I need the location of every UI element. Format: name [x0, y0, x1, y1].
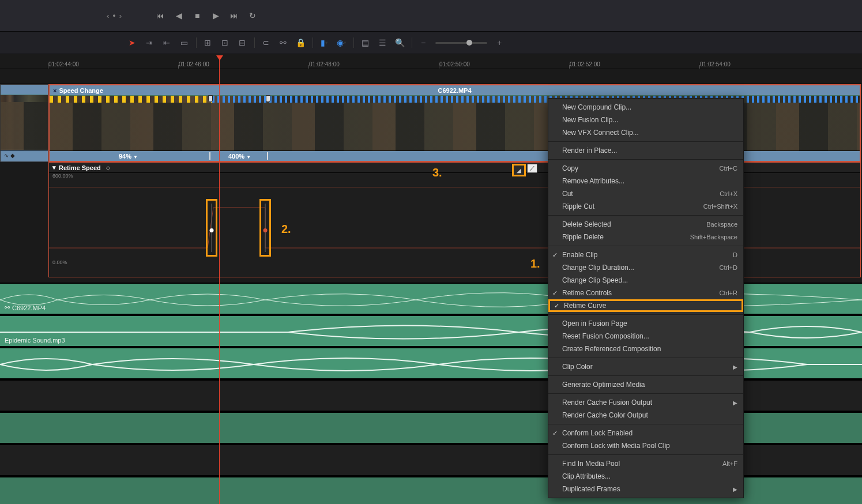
- keyframe-2[interactable]: [259, 199, 271, 257]
- nav-fwd-icon[interactable]: ›: [119, 12, 122, 20]
- video-clip[interactable]: ∿ ◆: [0, 84, 48, 162]
- menu-render-cache-color[interactable]: Render Cache Color Output: [548, 409, 743, 422]
- ruler-tick: 01:02:48:00: [309, 61, 340, 67]
- close-x-icon[interactable]: ×: [53, 87, 57, 94]
- menu-copy[interactable]: CopyCtrl+C: [548, 162, 743, 175]
- menu-render-in-place[interactable]: Render in Place...: [548, 144, 743, 157]
- nav-history: ‹ ● ›: [107, 12, 122, 20]
- annotation-2: 2.: [281, 223, 291, 236]
- transport-controls: ⏮ ◀ ■ ▶ ⏭ ↻: [155, 10, 258, 21]
- loop-icon[interactable]: ↻: [247, 10, 258, 21]
- ruler-tick: 01:02:54:00: [700, 61, 731, 67]
- ruler-tick: 01:02:52:00: [570, 61, 600, 67]
- timeline-toolbar: ➤ ⇥ ⇤ ▭ ⊞ ⊡ ⊟ ⊂ ⚯ 🔒 ▮▾ ◉▾ ▤ ☰ 🔍 − +: [0, 31, 862, 54]
- jump-start-icon[interactable]: ⏮: [155, 10, 165, 21]
- menu-gen-optimized[interactable]: Generate Optimized Media: [548, 378, 743, 391]
- clip-context-menu: New Compound Clip... New Fusion Clip... …: [548, 98, 744, 498]
- blade-tool-icon[interactable]: ▭: [179, 37, 189, 48]
- overwrite-icon[interactable]: ⊡: [220, 37, 230, 48]
- flag-icon[interactable]: ▮▾: [319, 37, 329, 48]
- dynamic-trim-icon[interactable]: ⇤: [161, 37, 172, 48]
- audio-clip-name: C6922.MP4: [12, 304, 46, 311]
- view-opts-icon[interactable]: ▤: [360, 37, 370, 48]
- y-min-label: 0.00%: [52, 259, 67, 265]
- kf-indicator-icon: ◆: [10, 152, 15, 159]
- zoom-out-icon[interactable]: −: [418, 37, 428, 48]
- y-max-label: 600.00%: [52, 173, 73, 179]
- linear-mode-button[interactable]: ／: [527, 164, 537, 173]
- keyframe-1[interactable]: [206, 199, 217, 257]
- clip-speed-label: Speed Change: [59, 87, 103, 94]
- clip-filename: C6922.MP4: [438, 87, 471, 94]
- music-clip-name: Epidemic Sound.mp3: [5, 337, 65, 344]
- track-gap: [0, 69, 862, 84]
- insert-icon[interactable]: ⊞: [202, 37, 213, 48]
- search-icon[interactable]: 🔍: [394, 37, 405, 48]
- replace-icon[interactable]: ⊟: [237, 37, 247, 48]
- menu-enable-clip[interactable]: ✓Enable ClipD: [548, 249, 743, 261]
- speed-value-1[interactable]: 94% ▼: [119, 153, 138, 160]
- menu-cut[interactable]: CutCtrl+X: [548, 187, 743, 200]
- trim-tool-icon[interactable]: ⇥: [144, 37, 155, 48]
- menu-retime-controls[interactable]: ✓Retime ControlsCtrl+R: [548, 287, 743, 299]
- menu-retime-curve[interactable]: ✓Retime Curve: [548, 299, 743, 312]
- menu-change-duration[interactable]: Change Clip Duration...Ctrl+D: [548, 261, 743, 274]
- play-reverse-icon[interactable]: ◀: [174, 10, 184, 21]
- link-icon[interactable]: ⚯: [278, 37, 288, 48]
- speed-point-handle-1[interactable]: [208, 95, 213, 102]
- menu-remove-attributes[interactable]: Remove Attributes...: [548, 175, 743, 187]
- stop-icon[interactable]: ■: [192, 10, 202, 21]
- menu-render-cache-fusion[interactable]: Render Cache Fusion Output▶: [548, 396, 743, 409]
- menu-delete-selected[interactable]: Delete SelectedBackspace: [548, 218, 743, 231]
- menu-dup-frames[interactable]: Duplicated Frames▶: [548, 483, 743, 495]
- collapse-icon[interactable]: ▾: [52, 164, 56, 171]
- menu-clip-attributes[interactable]: Clip Attributes...: [548, 470, 743, 483]
- snap-icon[interactable]: ⊂: [261, 37, 271, 48]
- marker-icon[interactable]: ◉▾: [336, 37, 347, 48]
- menu-clip-color[interactable]: Clip Color▶: [548, 360, 743, 373]
- zoom-slider[interactable]: [435, 42, 487, 44]
- annotation-3: 3.: [432, 166, 442, 179]
- menu-new-fusion[interactable]: New Fusion Clip...: [548, 114, 743, 126]
- annotation-1: 1.: [530, 257, 540, 270]
- ruler-tick: 01:02:46:00: [179, 61, 209, 67]
- keyframe-diamond-icon[interactable]: ◇: [106, 165, 110, 171]
- menu-ripple-delete[interactable]: Ripple DeleteShift+Backspace: [548, 231, 743, 243]
- ruler-tick: 01:02:44:00: [48, 61, 79, 67]
- menu-create-ref-comp[interactable]: Create Referenced Composition: [548, 343, 743, 355]
- ruler-tick: 01:02:50:00: [439, 61, 470, 67]
- curve-indicator-icon: ∿: [4, 152, 9, 159]
- menu-conform-lock[interactable]: ✓Conform Lock Enabled: [548, 427, 743, 439]
- menu-new-vfx[interactable]: New VFX Connect Clip...: [548, 126, 743, 139]
- zoom-in-icon[interactable]: +: [494, 37, 505, 48]
- speed-divider-2[interactable]: [266, 151, 269, 161]
- lock-icon[interactable]: 🔒: [295, 37, 306, 48]
- speed-point-handle-2[interactable]: [266, 95, 270, 102]
- nav-dot-icon: ●: [112, 13, 115, 18]
- mixer-icon[interactable]: ☰: [377, 37, 387, 48]
- menu-change-speed[interactable]: Change Clip Speed...: [548, 274, 743, 287]
- nav-back-icon[interactable]: ‹: [107, 12, 109, 20]
- menu-new-compound[interactable]: New Compound Clip...: [548, 101, 743, 114]
- selection-tool-icon[interactable]: ➤: [127, 37, 137, 48]
- menu-open-fusion[interactable]: Open in Fusion Page: [548, 317, 743, 330]
- menu-conform-pool[interactable]: Conform Lock with Media Pool Clip: [548, 439, 743, 452]
- transport-bar: ‹ ● › ⏮ ◀ ■ ▶ ⏭ ↻: [0, 0, 862, 31]
- play-icon[interactable]: ▶: [210, 10, 221, 21]
- timeline-ruler[interactable]: 01:02:44:0001:02:46:0001:02:48:0001:02:5…: [0, 54, 862, 69]
- menu-reset-fusion[interactable]: Reset Fusion Composition...: [548, 330, 743, 343]
- speed-divider-1[interactable]: [208, 151, 212, 161]
- speed-value-2[interactable]: 400% ▼: [228, 153, 251, 160]
- menu-ripple-cut[interactable]: Ripple CutCtrl+Shift+X: [548, 200, 743, 213]
- jump-end-icon[interactable]: ⏭: [229, 10, 239, 21]
- menu-find-pool[interactable]: Find In Media PoolAlt+F: [548, 457, 743, 470]
- link-icon: ⚯: [5, 304, 10, 311]
- retime-panel-title: Retime Speed: [59, 164, 101, 171]
